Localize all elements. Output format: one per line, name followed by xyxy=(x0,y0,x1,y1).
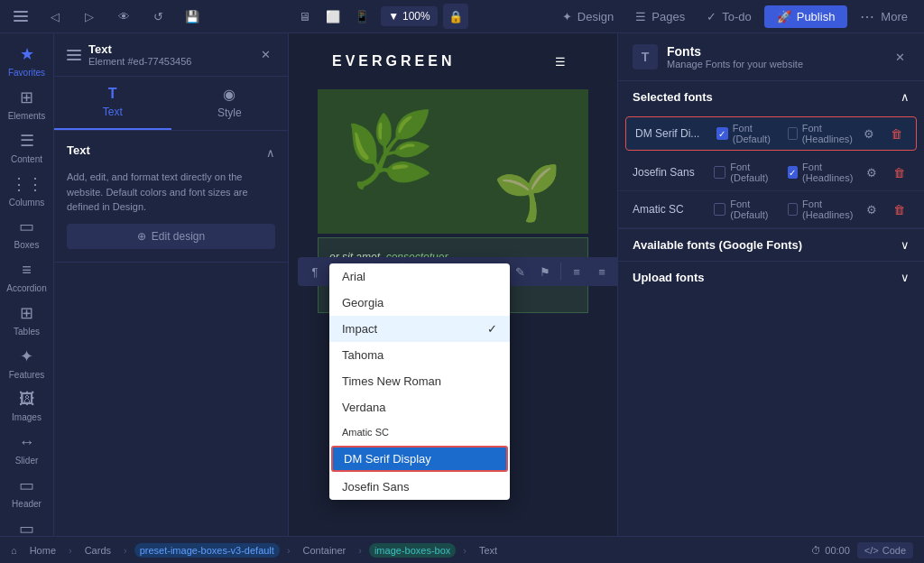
bottom-right: ⏱ 00:00 </> Code xyxy=(811,542,913,558)
available-fonts-header[interactable]: Available fonts (Google Fonts) ∨ xyxy=(618,229,924,261)
time-display: 00:00 xyxy=(825,545,850,556)
font-default-checkbox[interactable]: Font (Default) xyxy=(714,162,788,183)
refresh-icon[interactable]: ↺ xyxy=(144,3,171,30)
sidebar-item-columns[interactable]: ⋮⋮ Columns xyxy=(4,170,51,211)
font-settings-btn[interactable]: ⚙ xyxy=(858,123,880,144)
font-actions: ⚙ 🗑 xyxy=(861,162,910,183)
breadcrumb-preset[interactable]: preset-image-boxes-v3-default xyxy=(134,543,280,558)
selected-fonts-header[interactable]: Selected fonts ∧ xyxy=(618,81,924,113)
zoom-control[interactable]: ▼ 100% xyxy=(381,6,438,26)
sidebar-item-boxes[interactable]: ▭ Boxes xyxy=(4,213,51,254)
font-label: Arial xyxy=(342,270,365,283)
checkbox-default[interactable] xyxy=(714,203,725,216)
sidebar-item-images[interactable]: 🖼 Images xyxy=(4,385,51,427)
undo-button[interactable]: ◁ xyxy=(42,3,69,30)
font-headlines-checkbox[interactable]: Font (Headlines) xyxy=(788,162,862,183)
checkbox-headlines[interactable] xyxy=(788,203,799,216)
panel-close-button[interactable]: ✕ xyxy=(255,45,275,65)
pages-button[interactable]: ☰ Pages xyxy=(626,6,694,27)
breadcrumb-home[interactable]: Home xyxy=(24,543,61,558)
hamburger-menu-icon[interactable]: ☰ xyxy=(547,48,574,75)
font-default-label: Font (Default) xyxy=(730,198,787,220)
font-delete-btn[interactable]: 🗑 xyxy=(888,198,910,220)
breadcrumb-image-box[interactable]: image-boxes-box xyxy=(369,543,456,558)
preview-icon[interactable]: 👁 xyxy=(110,3,137,30)
align-left-btn[interactable]: ≡ xyxy=(565,260,588,283)
paragraph-btn[interactable]: ¶ xyxy=(303,260,327,283)
checkbox-headlines[interactable] xyxy=(788,166,799,179)
breadcrumb-text[interactable]: Text xyxy=(474,543,503,558)
desktop-device-btn[interactable]: 🖥 xyxy=(291,3,318,30)
font-headlines-checkbox[interactable]: Font (Headlines) xyxy=(788,198,862,220)
collapse-icon: ∧ xyxy=(901,90,910,104)
font-headlines-label: Font (Headlines) xyxy=(802,162,861,183)
breadcrumb-cards[interactable]: Cards xyxy=(79,543,116,558)
tab-text[interactable]: T Text xyxy=(54,77,171,130)
available-fonts-section: Available fonts (Google Fonts) ∨ xyxy=(618,229,924,262)
sidebar-item-elements[interactable]: ⊞ Elements xyxy=(4,84,51,125)
font-label: Amatic SC xyxy=(342,427,389,438)
selected-fonts-title: Selected fonts xyxy=(633,90,713,104)
font-item-josefin[interactable]: Josefin Sans xyxy=(329,474,510,500)
highlight-btn[interactable]: ✎ xyxy=(508,260,531,283)
checkbox-default[interactable] xyxy=(716,127,728,140)
checkbox-default[interactable] xyxy=(714,166,725,179)
font-label: Georgia xyxy=(342,296,383,309)
font-settings-btn[interactable]: ⚙ xyxy=(861,162,882,183)
font-item-amatic[interactable]: Amatic SC xyxy=(329,420,510,444)
font-item-georgia[interactable]: Georgia xyxy=(329,290,510,316)
font-item-arial[interactable]: Arial xyxy=(329,263,510,290)
font-item-verdana[interactable]: Verdana xyxy=(329,394,510,420)
star-icon: ★ xyxy=(20,44,34,64)
edit-design-button[interactable]: ⊕ Edit design xyxy=(67,224,275,249)
sidebar-item-content[interactable]: ☰ Content xyxy=(4,127,51,169)
design-button[interactable]: ✦ Design xyxy=(553,6,623,27)
device-icons: 🖥 ⬜ 📱 xyxy=(291,3,375,30)
font-headlines-checkbox[interactable]: Font (Headlines) xyxy=(788,123,859,144)
fonts-panel-close-button[interactable]: ✕ xyxy=(890,47,910,67)
sidebar-item-label: Header xyxy=(12,499,42,509)
todo-button[interactable]: ✓ To-do xyxy=(698,6,761,27)
more-button[interactable]: ⋯ More xyxy=(851,5,917,29)
font-label: Times New Roman xyxy=(342,374,441,388)
code-button[interactable]: </> Code xyxy=(857,542,913,558)
sidebar-item-header[interactable]: ▭ Header xyxy=(4,472,51,513)
breadcrumb-container[interactable]: Container xyxy=(298,543,352,558)
publish-button[interactable]: 🚀 Publish xyxy=(764,5,848,28)
section-collapse-icon[interactable]: ∧ xyxy=(266,146,275,160)
font-label: Tahoma xyxy=(342,348,383,362)
font-label: Verdana xyxy=(342,401,385,414)
expand-icon: ∨ xyxy=(901,238,910,252)
sidebar-item-tables[interactable]: ⊞ Tables xyxy=(4,300,51,341)
section-title: Text xyxy=(67,143,90,157)
upload-fonts-header[interactable]: Upload fonts ∨ xyxy=(618,262,924,293)
sidebar-item-favorites[interactable]: ★ Favorites xyxy=(4,41,51,82)
font-item-times[interactable]: Times New Roman xyxy=(329,368,510,394)
hero-image xyxy=(318,89,588,234)
font-item-tahoma[interactable]: Tahoma xyxy=(329,342,510,368)
font-item-dm-serif[interactable]: DM Serif Display xyxy=(331,446,508,472)
flag-btn[interactable]: ⚑ xyxy=(533,260,557,283)
checkbox-headlines[interactable] xyxy=(788,127,798,140)
mobile-device-btn[interactable]: 📱 xyxy=(348,3,375,30)
font-settings-btn[interactable]: ⚙ xyxy=(861,198,882,220)
tablet-device-btn[interactable]: ⬜ xyxy=(319,3,346,30)
publish-icon: 🚀 xyxy=(777,10,791,23)
panel-menu-icon[interactable] xyxy=(67,50,81,60)
font-default-checkbox[interactable]: Font (Default) xyxy=(714,198,788,220)
font-delete-btn[interactable]: 🗑 xyxy=(885,123,907,144)
font-item-impact[interactable]: Impact ✓ xyxy=(329,316,510,342)
sidebar-item-slider[interactable]: ↔ Slider xyxy=(4,429,51,470)
font-default-checkbox[interactable]: Font (Default) xyxy=(716,123,788,144)
sidebar-item-accordion[interactable]: ≡ Accordion xyxy=(4,256,51,298)
lock-button[interactable]: 🔒 xyxy=(443,4,468,29)
sidebar-item-features[interactable]: ✦ Features xyxy=(4,342,51,383)
redo-button[interactable]: ▷ xyxy=(76,3,103,30)
save-icon[interactable]: 💾 xyxy=(179,3,206,30)
align-center-btn[interactable]: ≡ xyxy=(590,260,614,283)
font-delete-btn[interactable]: 🗑 xyxy=(888,162,910,183)
font-label: Impact xyxy=(342,322,377,336)
tab-style[interactable]: ◉ Style xyxy=(171,77,289,130)
sidebar-item-label: Content xyxy=(11,154,42,164)
menu-icon[interactable] xyxy=(7,3,34,30)
